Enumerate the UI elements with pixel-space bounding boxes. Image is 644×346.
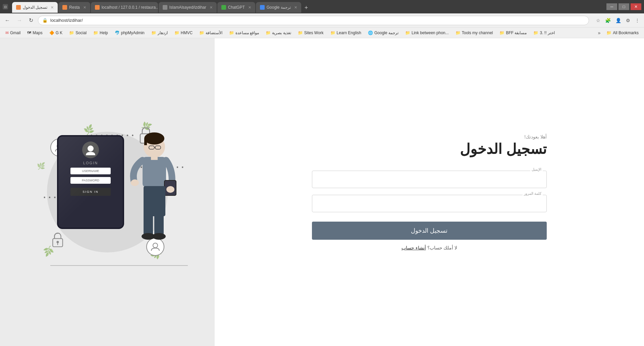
tab-close-btn[interactable]: ✕ <box>294 5 297 10</box>
submit-button[interactable]: تسجيل الدخول <box>312 222 547 240</box>
extension-icon[interactable]: 🧩 <box>603 16 612 24</box>
svg-point-15 <box>131 179 139 186</box>
tablet-signin-btn: SIGN IN <box>70 188 111 196</box>
lock-icon-bl <box>50 231 65 249</box>
bookmark-bff[interactable]: BFF مسابقة <box>497 30 529 36</box>
bookmarks-more-button[interactable]: » <box>596 30 603 36</box>
bookmark-label: HMVC <box>181 31 193 35</box>
tablet-password-field: PASSWORD <box>70 177 111 184</box>
bookmark-label: اختر !! .3 <box>540 31 554 35</box>
folder-icon <box>330 31 335 35</box>
bookmark-all[interactable]: All Bookmarks <box>604 30 641 36</box>
svg-point-24 <box>152 233 166 240</box>
email-input[interactable] <box>312 171 547 188</box>
more-options-icon[interactable]: ⋮ <box>633 16 641 24</box>
browser-titlebar: ⊟ تسجيل الدخول ✕ Resta ✕ localhost / 127… <box>0 0 644 13</box>
bookmark-label: Learn English <box>337 31 361 35</box>
tab-resta[interactable]: Resta ✕ <box>58 2 90 13</box>
bookmark-label: Help <box>100 31 108 35</box>
password-input[interactable] <box>312 195 547 212</box>
bookmark-label: تغذية بصرية <box>272 31 291 35</box>
tab-label: تسجيل الدخول <box>23 5 47 10</box>
new-tab-button[interactable]: + <box>302 3 311 13</box>
address-bar[interactable]: 🔒 localhost/izdihar/ <box>38 16 589 25</box>
tab-chatgpt[interactable]: ChatGPT ✕ <box>217 2 255 13</box>
bookmark-label: Maps <box>33 31 42 35</box>
bookmark-hmvc[interactable]: HMVC <box>172 30 195 36</box>
bookmark-label: Social <box>75 31 87 35</box>
bookmark-label: Tools my channel <box>462 31 493 35</box>
bookmark-gmail[interactable]: Gmail <box>3 30 23 36</box>
tabs-bar: تسجيل الدخول ✕ Resta ✕ localhost / 127.0… <box>12 1 602 13</box>
tab-translate[interactable]: Google ترجمة ✕ <box>256 2 301 13</box>
bookmark-hosting[interactable]: الأستضافة <box>197 30 225 36</box>
bookmark-label: الأستضافة <box>206 31 222 35</box>
svg-rect-12 <box>143 157 166 187</box>
profile-icon[interactable]: 👤 <box>614 16 623 24</box>
svg-point-6 <box>57 241 59 243</box>
folder-icon <box>229 31 234 35</box>
bookmark-choose[interactable]: اختر !! .3 <box>531 30 557 36</box>
tab-github[interactable]: IslamAlsayed/izdihar ✕ <box>159 2 217 13</box>
main-content: 🌿 🌿 🌿 🌿 🌿 * * * * * * * * * * * * * * * … <box>0 38 644 346</box>
bookmark-link-phone[interactable]: Link between phon... <box>402 30 451 36</box>
forward-button[interactable]: → <box>15 16 24 25</box>
bookmark-izdihar[interactable]: ازدهار <box>149 30 170 36</box>
tab-favicon <box>260 5 265 10</box>
svg-rect-22 <box>154 212 164 236</box>
settings-icon[interactable]: ⚙ <box>624 16 632 24</box>
login-panel: أهلا بعودتك! تسجيل الدخول الإيميل كلمة ا… <box>215 38 644 346</box>
bookmark-social[interactable]: Social <box>66 30 89 36</box>
bookmark-maps[interactable]: 🗺 Maps <box>24 30 45 36</box>
tablet-username-field: USERNAME <box>70 168 111 174</box>
folder-icon <box>533 31 538 35</box>
leaf-left: 🌿 <box>37 162 45 170</box>
email-label: الإيميل <box>530 167 543 172</box>
bookmark-label: Sites Work <box>304 31 324 35</box>
folder-icon <box>405 31 410 35</box>
tablet-device: LOGIN USERNAME PASSWORD SIGN IN <box>57 135 124 229</box>
bookmark-gk[interactable]: 🔶 G K <box>47 30 65 36</box>
tab-favicon <box>163 5 167 10</box>
password-field-group: كلمة المرور <box>312 195 547 212</box>
tablet-avatar <box>82 141 99 158</box>
password-label: كلمة المرور <box>523 191 543 196</box>
login-form-container: أهلا بعودتك! تسجيل الدخول الإيميل كلمة ا… <box>312 134 547 250</box>
bookmark-google-translate[interactable]: 🌐 Google ترجمة <box>365 30 401 36</box>
window-controls: ⊟ <box>3 4 8 9</box>
tab-close-btn[interactable]: ✕ <box>51 5 54 10</box>
reload-button[interactable]: ↻ <box>27 16 35 25</box>
folder-icon <box>455 31 461 35</box>
tab-close-btn[interactable]: ✕ <box>210 5 213 10</box>
tab-localhost[interactable]: localhost / 127.0.0.1 / restaura... ✕ <box>91 2 158 13</box>
bookmark-visual[interactable]: تغذية بصرية <box>263 30 293 36</box>
bookmark-help-sites[interactable]: مواقع مساعدة <box>226 30 262 36</box>
svg-rect-13 <box>151 155 158 160</box>
bookmark-learn-english[interactable]: Learn English <box>328 30 364 36</box>
bookmark-star-button[interactable]: ☆ <box>594 16 602 24</box>
minimize-button[interactable]: ─ <box>606 3 617 10</box>
bookmark-label: All Bookmarks <box>613 31 639 35</box>
tab-favicon <box>221 5 226 10</box>
close-button[interactable]: ✕ <box>631 3 641 10</box>
restore-button[interactable]: □ <box>619 3 629 10</box>
svg-rect-21 <box>144 212 153 236</box>
navigation-bar: ← → ↻ 🔒 localhost/izdihar/ ☆ 🧩 👤 ⚙ ⋮ <box>0 13 644 27</box>
address-text: localhost/izdihar/ <box>50 18 83 23</box>
bookmark-sites-work[interactable]: Sites Work <box>295 30 326 36</box>
nav-action-icons: ☆ 🧩 👤 ⚙ ⋮ <box>594 16 641 24</box>
create-account-link[interactable]: أنشاء حساب <box>401 245 426 250</box>
bookmark-label: مواقع مساعدة <box>235 31 259 35</box>
back-button[interactable]: ← <box>3 16 12 25</box>
folder-icon <box>69 31 74 35</box>
tab-label: Resta <box>69 5 79 10</box>
tab-label: IslamAlsayed/izdihar <box>169 5 206 10</box>
bookmark-tools[interactable]: Tools my channel <box>453 30 496 36</box>
tab-close-btn[interactable]: ✕ <box>83 5 86 10</box>
tab-label: ChatGPT <box>228 5 245 10</box>
tab-close-btn[interactable]: ✕ <box>248 5 251 10</box>
bookmark-phpmyadmin[interactable]: 🐬 phpMyAdmin <box>112 30 147 36</box>
tab-tsjil[interactable]: تسجيل الدخول ✕ <box>12 2 58 13</box>
bookmark-help[interactable]: Help <box>91 30 111 36</box>
gmail-icon <box>5 31 9 35</box>
